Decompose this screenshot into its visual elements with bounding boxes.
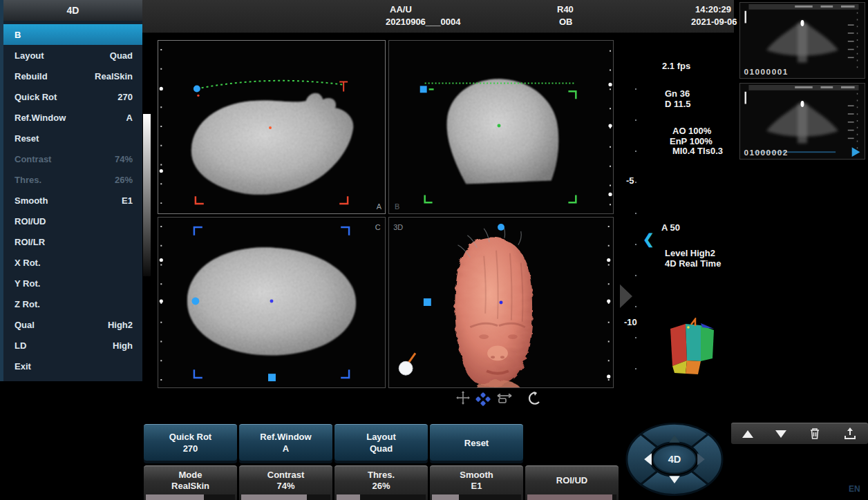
roi-ud-button[interactable]: ROI/UD [525,465,619,500]
reset-button[interactable]: Reset [430,424,523,461]
ruler-major-dot [160,258,163,262]
clock-date: 2021-09-06 [691,17,737,27]
move-icon[interactable] [456,391,470,405]
clip-id-1: 01000001 [744,67,789,76]
quad-view-b-coronal[interactable]: B [388,40,614,214]
probe-label: AA/U [390,4,412,15]
cube-face-front [686,324,701,361]
sidebar-item-thres[interactable]: Thres.26% [3,169,142,190]
play-icon[interactable] [852,147,860,157]
sidebar-item-quick-rot[interactable]: Quick Rot270 [3,86,142,107]
page-up-icon[interactable] [742,430,753,438]
roi-handle-dot[interactable] [191,298,199,305]
ruler-major-dot [607,299,610,302]
ruler-major-dot [608,83,612,86]
sidebar-item-qual[interactable]: QualHigh2 [3,314,142,335]
cube-dot [687,326,690,329]
trackball-dpad: 4D [624,421,725,499]
sidebar-item-x-rot[interactable]: X Rot. [3,252,142,273]
roi-bracket-bl [425,195,433,202]
roi-bracket-tr [568,91,576,99]
clip-action-strip [731,423,868,444]
layout-button[interactable]: LayoutQuad [334,424,428,461]
trash-icon[interactable] [809,427,821,441]
page-down-icon[interactable] [775,430,786,438]
frame-rate: 2.1 fps [662,61,690,71]
roi-handle-dot[interactable] [498,224,504,231]
sidebar-item-roi-ud[interactable]: ROI/UD [3,211,142,231]
mode-progress [146,494,204,500]
orientation-cube [665,318,721,378]
sidebar-item-smooth[interactable]: SmoothE1 [3,190,142,211]
fetus-nose [487,345,508,360]
grayscale-wedge-marker [620,282,632,308]
focus-value: A 50 [661,222,680,233]
roi-ud-progress [527,494,612,500]
roi-red-end-marker [339,82,348,92]
roi-handle-square[interactable] [420,86,427,93]
mode-value: 4D Real Time [665,258,721,269]
exam-id: 20210906___0004 [386,17,460,27]
center-marker-dot [500,301,503,305]
sidebar-item-layout[interactable]: LayoutQuad [3,45,142,66]
center-marker-dot [270,300,274,303]
sidebar-item-rebuild[interactable]: RebuildRealSkin [3,66,142,86]
sidebar-item-ref-window[interactable]: Ref.WindowA [3,107,142,128]
patient-info-bar: AA/U 20210906___0004 R40 OB 14:20:29 202… [142,0,734,33]
pan-icon[interactable] [498,394,511,403]
quad-label-a: A [377,202,382,211]
smooth-button[interactable]: SmoothE1 [430,465,523,500]
roi-bracket-bl [196,196,204,204]
quad-label-b: B [395,202,399,211]
ruler-major-dot [607,258,610,262]
ruler-major-dot [608,124,612,127]
cube-face-bottom2 [686,360,701,374]
control-sidebar: 4D B LayoutQuad RebuildRealSkin Quick Ro… [0,0,142,381]
ref-window-button[interactable]: Ref.WindowA [239,424,332,461]
quad-label-c: C [375,223,381,231]
light-source-ball[interactable] [399,361,413,375]
quad-label-3d: 3D [393,223,403,231]
quick-rot-button[interactable]: Quick Rot270 [144,424,237,461]
quad-view-a-sagittal[interactable]: A [158,40,386,214]
export-icon[interactable] [843,427,857,441]
depth-tick-column [635,88,636,387]
roi-bracket-tl [194,227,202,235]
ruler-major-dot [607,375,610,378]
sidebar-item-exit[interactable]: Exit [3,356,142,376]
clip-id-2: 01000002 [744,148,789,157]
quad-view-3d-render[interactable]: 3D [388,217,614,388]
sidebar-item-b[interactable]: B [3,24,142,45]
preset-label: R40 [557,4,574,15]
sidebar-item-z-rot[interactable]: Z Rot. [3,294,142,314]
sidebar-item-y-rot[interactable]: Y Rot. [3,273,142,294]
roi-handle-square[interactable] [424,298,431,306]
level-value: Level High2 [665,248,715,258]
clock-time: 14:20:29 [695,4,731,15]
rotate-icon[interactable] [529,392,539,404]
roi-red-tick [197,95,199,97]
roi-curve-green[interactable] [197,81,342,89]
clip-thumbnail-1[interactable]: 01000001 [739,2,865,79]
roi-handle-square[interactable] [268,374,276,381]
center-marker-dot [498,124,501,128]
thres-progress [337,494,360,500]
contrast-button[interactable]: Contrast74% [239,465,332,500]
clip-thumbnail-2[interactable]: 01000002 [739,83,865,160]
sidebar-title: 4D [3,0,142,21]
roi-bracket-bl [194,369,202,378]
roi-handle-dot[interactable] [194,85,200,92]
ruler-major-dot [160,169,163,173]
enp-value: EnP 100% [670,136,713,146]
sidebar-item-contrast[interactable]: Contrast74% [3,148,142,169]
quad-grid-icon[interactable] [475,392,491,406]
mode-button[interactable]: ModeRealSkin [144,465,237,500]
depth-mark-5: -5 [626,175,634,186]
quad-view-c-axial[interactable]: C [158,217,386,388]
center-marker-dot [269,126,272,129]
thres-button[interactable]: Thres.26% [334,465,428,500]
fetus-face-render [455,238,533,387]
sidebar-item-reset[interactable]: Reset [3,128,142,148]
sidebar-item-roi-lr[interactable]: ROI/LR [3,231,142,252]
sidebar-item-ld[interactable]: LDHigh [3,335,142,356]
